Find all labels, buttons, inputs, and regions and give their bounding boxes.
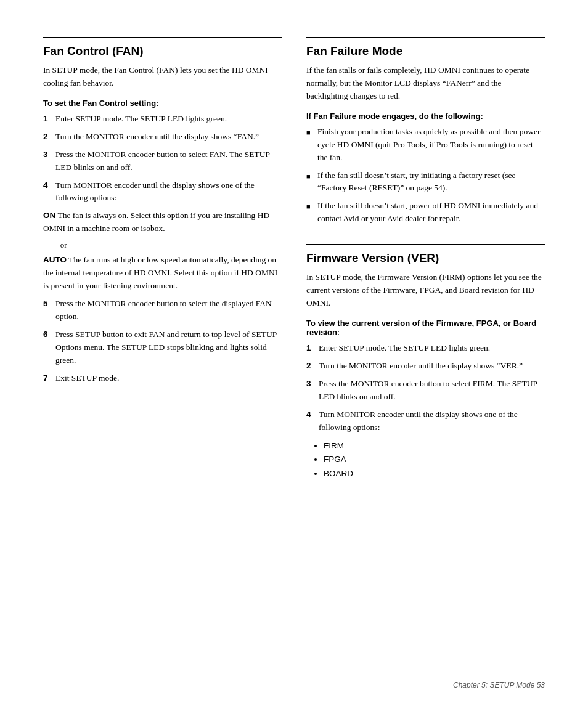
bullet-text-3: If the fan still doesn’t start, power of…: [317, 200, 545, 225]
fw-step-3-number: 3: [306, 378, 315, 404]
step-7-text: Exit SETUP mode.: [55, 372, 282, 385]
fw-step-1: 1 Enter SETUP mode. The SETUP LED lights…: [306, 342, 545, 355]
option-auto-text: The fan runs at high or low speed automa…: [43, 255, 277, 290]
step-7: 7 Exit SETUP mode.: [43, 372, 282, 385]
fan-control-subsection: To set the Fan Control setting:: [43, 99, 282, 108]
step-7-number: 7: [43, 372, 52, 385]
fan-failure-bullets: ■ Finish your production tasks as quickl…: [306, 126, 545, 225]
firmware-intro: In SETUP mode, the Firmware Version (FIR…: [306, 271, 545, 310]
step-3: 3 Press the MONITOR encoder button to se…: [43, 148, 282, 174]
step-6: 6 Press SETUP button to exit FAN and ret…: [43, 328, 282, 367]
step-2-text: Turn the MONITOR encoder until the displ…: [55, 131, 282, 144]
bullet-text-1: Finish your production tasks as quickly …: [317, 126, 545, 164]
firmware-section: Firmware Version (VER) In SETUP mode, th…: [306, 244, 545, 481]
fan-control-intro: In SETUP mode, the Fan Control (FAN) let…: [43, 64, 282, 90]
fw-step-3-text: Press the MONITOR encoder button to sele…: [319, 378, 545, 404]
page-footer: Chapter 5: SETUP Mode 53: [453, 681, 545, 689]
left-column: Fan Control (FAN) In SETUP mode, the Fan…: [43, 37, 282, 481]
step-1-number: 1: [43, 113, 52, 126]
firmware-subsection: To view the current version of the Firmw…: [306, 318, 545, 337]
step-6-text: Press SETUP button to exit FAN and retur…: [55, 328, 282, 367]
fw-step-1-text: Enter SETUP mode. The SETUP LED lights g…: [319, 342, 545, 355]
fan-failure-intro: If the fan stalls or fails completely, H…: [306, 64, 545, 103]
step-1-text: Enter SETUP mode. The SETUP LED lights g…: [55, 113, 282, 126]
step-5-text: Press the MONITOR encoder button to sele…: [55, 298, 282, 323]
option-on-text: The fan is always on. Select this option…: [43, 211, 269, 233]
option-auto-label: AUTO: [43, 255, 67, 264]
two-column-layout: Fan Control (FAN) In SETUP mode, the Fan…: [43, 37, 545, 481]
step-2-number: 2: [43, 131, 52, 144]
option-auto-block: AUTO The fan runs at high or low speed a…: [43, 254, 282, 293]
bullet-icon-2: ■: [306, 171, 312, 182]
right-column: Fan Failure Mode If the fan stalls or fa…: [306, 37, 545, 481]
or-divider: – or –: [54, 240, 282, 250]
fw-step-4-text: Turn MONITOR encoder until the display s…: [319, 408, 545, 434]
step-5: 5 Press the MONITOR encoder button to se…: [43, 298, 282, 323]
step-3-text: Press the MONITOR encoder button to sele…: [55, 148, 282, 174]
step-1: 1 Enter SETUP mode. The SETUP LED lights…: [43, 113, 282, 126]
option-on-label: ON: [43, 211, 55, 220]
fw-step-1-number: 1: [306, 342, 315, 355]
firmware-title: Firmware Version (VER): [306, 244, 545, 265]
bullet-item-3: ■ If the fan still doesn’t start, power …: [306, 200, 545, 225]
page: Fan Control (FAN) In SETUP mode, the Fan…: [0, 0, 588, 714]
step-2: 2 Turn the MONITOR encoder until the dis…: [43, 131, 282, 144]
step-4-number: 4: [43, 179, 52, 205]
firmware-option-fpga: FPGA: [324, 453, 545, 467]
fw-step-2-text: Turn the MONITOR encoder until the displ…: [319, 360, 545, 373]
fw-step-4-number: 4: [306, 408, 315, 434]
fan-failure-title: Fan Failure Mode: [306, 37, 545, 58]
firmware-option-firm: FIRM: [324, 439, 545, 453]
step-4: 4 Turn MONITOR encoder until the display…: [43, 179, 282, 205]
bullet-item-2: ■ If the fan still doesn’t start, try in…: [306, 169, 545, 195]
fw-step-4: 4 Turn MONITOR encoder until the display…: [306, 408, 545, 434]
bullet-item-1: ■ Finish your production tasks as quickl…: [306, 126, 545, 164]
step-6-number: 6: [43, 328, 52, 367]
fw-step-3: 3 Press the MONITOR encoder button to se…: [306, 378, 545, 404]
bullet-icon-3: ■: [306, 201, 312, 212]
bullet-text-2: If the fan still doesn’t start, try init…: [317, 169, 545, 195]
option-on-block: ON The fan is always on. Select this opt…: [43, 209, 282, 235]
fan-control-title: Fan Control (FAN): [43, 37, 282, 58]
fw-step-2: 2 Turn the MONITOR encoder until the dis…: [306, 360, 545, 373]
firmware-options-list: FIRM FPGA BOARD: [306, 439, 545, 482]
fw-step-2-number: 2: [306, 360, 315, 373]
step-4-text: Turn MONITOR encoder until the display s…: [55, 179, 282, 205]
step-3-number: 3: [43, 148, 52, 174]
step-5-number: 5: [43, 298, 52, 323]
bullet-icon-1: ■: [306, 128, 312, 138]
firmware-option-board: BOARD: [324, 467, 545, 481]
fan-failure-subsection: If Fan Failure mode engages, do the foll…: [306, 112, 545, 121]
